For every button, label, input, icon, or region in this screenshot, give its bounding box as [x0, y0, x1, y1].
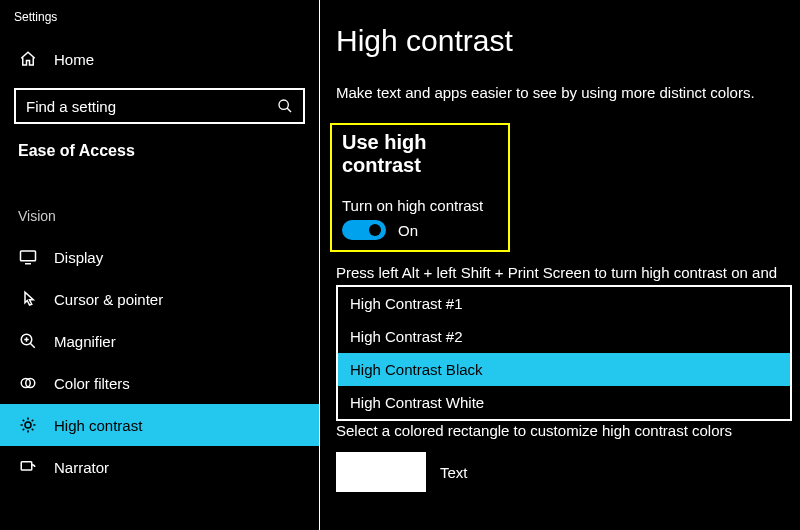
shortcut-hint: Press left Alt + left Shift + Print Scre…	[320, 252, 800, 281]
search-icon	[277, 98, 293, 114]
theme-option-4[interactable]: High Contrast White	[338, 386, 790, 419]
nav-home-label: Home	[54, 51, 94, 68]
text-color-swatch[interactable]	[336, 452, 426, 492]
toggle-knob	[369, 224, 381, 236]
svg-rect-19	[21, 462, 32, 470]
sun-icon	[18, 415, 38, 435]
svg-point-0	[279, 100, 288, 109]
use-high-contrast-heading: Use high contrast	[342, 131, 498, 177]
narrator-icon	[18, 457, 38, 477]
high-contrast-highlight: Use high contrast Turn on high contrast …	[330, 123, 510, 252]
theme-dropdown[interactable]: High Contrast #1 High Contrast #2 High C…	[336, 285, 792, 421]
main-content: High contrast Make text and apps easier …	[320, 0, 800, 530]
svg-line-5	[30, 343, 35, 348]
sidebar-item-magnifier[interactable]: Magnifier	[0, 320, 319, 362]
svg-line-1	[287, 108, 291, 112]
magnifier-icon	[18, 331, 38, 351]
toggle-label: Turn on high contrast	[342, 197, 498, 214]
sidebar-item-label: Color filters	[54, 375, 130, 392]
svg-line-17	[23, 429, 25, 431]
monitor-icon	[18, 247, 38, 267]
svg-point-10	[25, 422, 31, 428]
color-swatch-row: Text	[320, 440, 800, 492]
high-contrast-toggle[interactable]	[342, 220, 386, 240]
customize-hint: Select a colored rectangle to customize …	[320, 420, 800, 439]
sidebar-item-highcontrast[interactable]: High contrast	[0, 404, 319, 446]
app-title: Settings	[0, 6, 319, 38]
toggle-state: On	[398, 222, 418, 239]
sidebar-item-label: Display	[54, 249, 103, 266]
sidebar-item-narrator[interactable]: Narrator	[0, 446, 319, 488]
section-vision-label: Vision	[0, 178, 319, 236]
theme-option-3[interactable]: High Contrast Black	[338, 353, 790, 386]
search-wrap: Find a setting	[14, 88, 305, 124]
sidebar: Settings Home Find a setting Ease of Acc…	[0, 0, 320, 530]
colorfilters-icon	[18, 373, 38, 393]
home-icon	[18, 49, 38, 69]
sidebar-item-label: Cursor & pointer	[54, 291, 163, 308]
nav-home[interactable]: Home	[0, 38, 319, 80]
sidebar-item-cursor[interactable]: Cursor & pointer	[0, 278, 319, 320]
swatch-label-text: Text	[440, 464, 468, 481]
page-description: Make text and apps easier to see by usin…	[320, 58, 800, 101]
svg-line-15	[23, 420, 25, 422]
search-input[interactable]: Find a setting	[14, 88, 305, 124]
sidebar-item-label: High contrast	[54, 417, 142, 434]
sidebar-item-display[interactable]: Display	[0, 236, 319, 278]
theme-option-1[interactable]: High Contrast #1	[338, 287, 790, 320]
cursor-icon	[18, 289, 38, 309]
sidebar-item-colorfilters[interactable]: Color filters	[0, 362, 319, 404]
svg-line-16	[32, 429, 34, 431]
theme-option-2[interactable]: High Contrast #2	[338, 320, 790, 353]
group-header: Ease of Access	[0, 138, 319, 178]
search-placeholder: Find a setting	[26, 98, 277, 115]
sidebar-item-label: Magnifier	[54, 333, 116, 350]
svg-rect-2	[21, 251, 36, 261]
page-title: High contrast	[320, 24, 800, 58]
sidebar-item-label: Narrator	[54, 459, 109, 476]
svg-line-18	[32, 420, 34, 422]
